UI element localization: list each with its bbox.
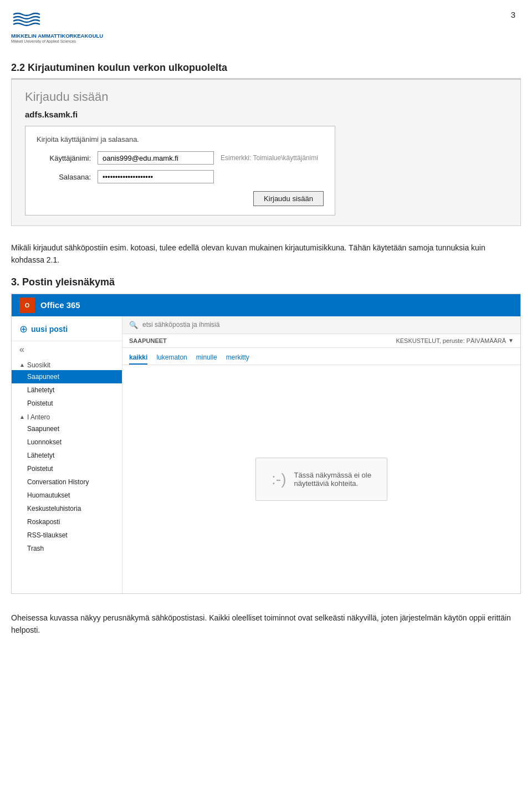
login-inner-box: Kirjoita käyttäjänimi ja salasana. Käytt…: [25, 126, 335, 216]
email-topbar: O Office 365: [12, 294, 520, 316]
username-label: Käyttäjänimi:: [37, 154, 98, 162]
smiley-icon: :-): [272, 470, 286, 488]
tab-kaikki[interactable]: kaikki: [129, 351, 147, 365]
email-ui: O Office 365 ⊕ uusi posti « ▲ Suosikit S…: [11, 294, 521, 594]
sidebar-item-saapuneet-fav[interactable]: Saapuneet: [12, 370, 122, 383]
antero-label: I Antero: [27, 413, 50, 421]
email-search-bar: 🔍: [122, 316, 520, 334]
tab-minulle[interactable]: minulle: [196, 351, 217, 365]
new-post-button[interactable]: ⊕ uusi posti: [12, 316, 122, 341]
sidebar-item-poistetut-antero[interactable]: Poistetut: [12, 462, 122, 475]
university-logo: MIKKELIN AMMATTIKORKEAKOULU Mikkeli Univ…: [11, 10, 114, 43]
keskustelut-text: KESKUSTELUT, peruste: PÄIVÄMÄÄRÄ: [396, 337, 506, 344]
tab-lukematon[interactable]: lukematon: [156, 351, 187, 365]
sidebar-item-huomautukset[interactable]: Huomautukset: [12, 489, 122, 502]
email-empty-box: :-) Tässä näkymässä ei ole näytettäviä k…: [255, 458, 387, 501]
suosikit-triangle-icon: ▲: [19, 362, 25, 368]
login-title: Kirjaudu sisään: [25, 90, 507, 104]
username-input[interactable]: [98, 151, 214, 165]
section2-heading: 2.2 Kirjautuminen koulun verkon ulkopuol…: [0, 49, 532, 78]
username-row: Käyttäjänimi: Esimerkki: Toimialue\käytt…: [37, 151, 324, 165]
sidebar-item-lahetetyt-antero[interactable]: Lähetetyt: [12, 449, 122, 462]
login-btn-row: Kirjaudu sisään: [37, 191, 324, 206]
sidebar-item-saapuneet-antero[interactable]: Saapuneet: [12, 422, 122, 435]
password-row: Salasana:: [37, 170, 324, 183]
sidebar-item-poistetut-fav[interactable]: Poistetut: [12, 397, 122, 410]
sidebar-collapse-button[interactable]: «: [12, 341, 122, 358]
keskustelut-dropdown-icon: ▼: [508, 337, 514, 344]
login-box: Kirjaudu sisään adfs.ksamk.fi Kirjoita k…: [11, 78, 521, 226]
email-sidebar: ⊕ uusi posti « ▲ Suosikit Saapuneet Lähe…: [12, 316, 122, 593]
username-hint: Esimerkki: Toimialue\käyttäjänimi: [221, 154, 318, 162]
sidebar-group-suosikit: ▲ Suosikit: [12, 358, 122, 370]
sidebar-item-conversation-history[interactable]: Conversation History: [12, 475, 122, 489]
logo-section: MIKKELIN AMMATTIKORKEAKOULU Mikkeli Univ…: [0, 0, 532, 49]
search-input[interactable]: [142, 321, 253, 329]
saapuneet-header-label: SAAPUNEET: [129, 337, 396, 344]
antero-triangle-icon: ▲: [19, 414, 25, 420]
sidebar-item-roskaposti[interactable]: Roskaposti: [12, 515, 122, 529]
description-text: Mikäli kirjaudut sähköpostiin esim. koto…: [0, 234, 532, 266]
sidebar-item-rss-tilaukset[interactable]: RSS-tilaukset: [12, 529, 122, 542]
email-list-header: SAAPUNEET KESKUSTELUT, peruste: PÄIVÄMÄÄ…: [122, 334, 520, 348]
email-content: ⊕ uusi posti « ▲ Suosikit Saapuneet Lähe…: [12, 316, 520, 593]
office365-logo-box: O: [19, 298, 35, 313]
sidebar-item-luonnokset[interactable]: Luonnokset: [12, 435, 122, 449]
suosikit-label: Suosikit: [27, 361, 50, 369]
login-instruction: Kirjoita käyttäjänimi ja salasana.: [37, 135, 324, 143]
office365-badge: O Office 365: [19, 298, 80, 313]
password-input[interactable]: [98, 170, 214, 183]
email-tabs-row: kaikki lukematon minulle merkitty: [122, 348, 520, 365]
email-main-panel: 🔍 SAAPUNEET KESKUSTELUT, peruste: PÄIVÄM…: [122, 316, 520, 593]
university-subname: Mikkeli University of Applied Sciences: [11, 39, 76, 43]
new-post-plus-icon: ⊕: [19, 323, 28, 335]
office365-name: Office 365: [40, 300, 80, 310]
section3-heading: 3. Postin yleisnäkymä: [0, 266, 532, 294]
email-empty-state: :-) Tässä näkymässä ei ole näytettäviä k…: [122, 365, 520, 593]
keskustelut-header-label[interactable]: KESKUSTELUT, peruste: PÄIVÄMÄÄRÄ ▼: [396, 337, 514, 344]
bottom-text: Oheisessa kuvassa näkyy perusnäkymä sähk…: [0, 604, 532, 648]
page-number: 3: [511, 10, 515, 19]
login-url: adfs.ksamk.fi: [25, 110, 507, 119]
login-button[interactable]: Kirjaudu sisään: [253, 191, 324, 206]
new-post-label: uusi posti: [31, 325, 68, 334]
sidebar-item-keskusteluhistoria[interactable]: Keskusteluhistoria: [12, 502, 122, 515]
office365-logo-icon: O: [25, 302, 30, 309]
sidebar-item-lahetetyt-fav[interactable]: Lähetetyt: [12, 383, 122, 397]
empty-message: Tässä näkymässä ei ole näytettäviä kohte…: [294, 471, 371, 488]
university-name: MIKKELIN AMMATTIKORKEAKOULU: [11, 33, 103, 39]
sidebar-group-antero: ▲ I Antero: [12, 410, 122, 422]
search-icon: 🔍: [129, 321, 138, 329]
password-label: Salasana:: [37, 173, 98, 181]
tab-merkitty[interactable]: merkitty: [226, 351, 249, 365]
sidebar-item-trash[interactable]: Trash: [12, 542, 122, 555]
